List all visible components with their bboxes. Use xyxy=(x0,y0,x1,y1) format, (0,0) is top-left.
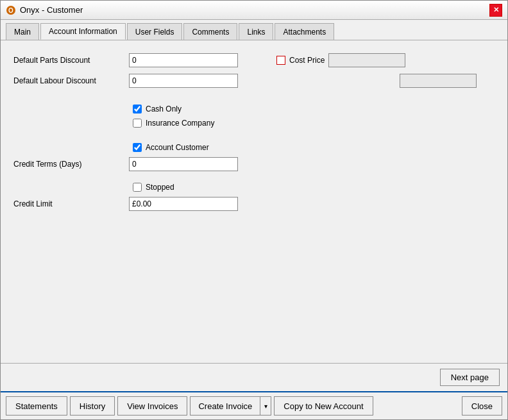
credit-limit-row: Credit Limit xyxy=(13,197,495,211)
copy-to-new-account-button[interactable]: Copy to New Account xyxy=(274,396,373,416)
second-right-input[interactable] xyxy=(400,74,477,88)
footer-bar: Statements History View Invoices Create … xyxy=(1,391,507,419)
tab-user-fields[interactable]: User Fields xyxy=(127,23,183,40)
credit-terms-row: Credit Terms (Days) xyxy=(13,157,495,171)
cost-price-checkbox[interactable] xyxy=(276,56,285,65)
default-parts-discount-label: Default Parts Discount xyxy=(13,56,129,65)
default-labour-discount-row: Default Labour Discount xyxy=(13,74,495,88)
window-title: Onyx - Customer xyxy=(20,5,83,15)
title-bar: O Onyx - Customer ✕ xyxy=(1,1,507,20)
cost-price-label: Cost Price xyxy=(289,56,325,65)
tabs-bar: Main Account Information User Fields Com… xyxy=(1,20,507,40)
app-icon: O xyxy=(6,5,16,15)
credit-limit-label: Credit Limit xyxy=(13,199,129,208)
tab-comments[interactable]: Comments xyxy=(183,23,237,40)
content-area: Default Parts Discount Cost Price Defaul… xyxy=(1,40,507,363)
account-customer-label: Account Customer xyxy=(146,143,209,152)
cash-only-label: Cash Only xyxy=(146,105,182,113)
next-page-bar: Next page xyxy=(1,363,507,391)
credit-limit-input[interactable] xyxy=(129,197,238,211)
insurance-company-checkbox[interactable] xyxy=(133,119,142,128)
default-parts-discount-input[interactable] xyxy=(129,53,238,67)
cost-price-input[interactable] xyxy=(328,53,405,67)
history-button[interactable]: History xyxy=(70,396,115,416)
account-customer-checkbox[interactable] xyxy=(133,143,142,152)
cash-only-row: Cash Only xyxy=(133,105,495,113)
default-parts-discount-row: Default Parts Discount Cost Price xyxy=(13,53,495,67)
stopped-checkbox[interactable] xyxy=(133,183,142,192)
tab-account-information[interactable]: Account Information xyxy=(40,23,126,40)
credit-terms-input[interactable] xyxy=(129,157,238,171)
default-labour-discount-input[interactable] xyxy=(129,74,238,88)
tab-attachments[interactable]: Attachments xyxy=(275,23,334,40)
title-bar-left: O Onyx - Customer xyxy=(6,5,83,15)
tab-links[interactable]: Links xyxy=(239,23,273,40)
svg-text:O: O xyxy=(8,7,13,14)
credit-terms-label: Credit Terms (Days) xyxy=(13,160,129,169)
create-invoice-dropdown-button[interactable]: ▾ xyxy=(260,396,271,416)
tab-main[interactable]: Main xyxy=(6,23,39,40)
close-button[interactable]: Close xyxy=(462,396,502,416)
main-window: O Onyx - Customer ✕ Main Account Informa… xyxy=(0,0,508,420)
close-window-button[interactable]: ✕ xyxy=(489,4,502,17)
create-invoice-group: Create Invoice ▾ xyxy=(190,396,271,416)
next-page-button[interactable]: Next page xyxy=(440,369,500,386)
insurance-company-label: Insurance Company xyxy=(146,119,214,128)
create-invoice-button[interactable]: Create Invoice xyxy=(190,396,260,416)
insurance-company-row: Insurance Company xyxy=(133,119,495,128)
stopped-label: Stopped xyxy=(146,183,174,192)
statements-button[interactable]: Statements xyxy=(6,396,67,416)
cost-price-group: Cost Price xyxy=(276,53,405,67)
stopped-row: Stopped xyxy=(133,183,495,192)
default-labour-discount-label: Default Labour Discount xyxy=(13,76,129,85)
cash-only-checkbox[interactable] xyxy=(133,105,142,113)
view-invoices-button[interactable]: View Invoices xyxy=(117,396,187,416)
account-customer-row: Account Customer xyxy=(133,143,495,152)
